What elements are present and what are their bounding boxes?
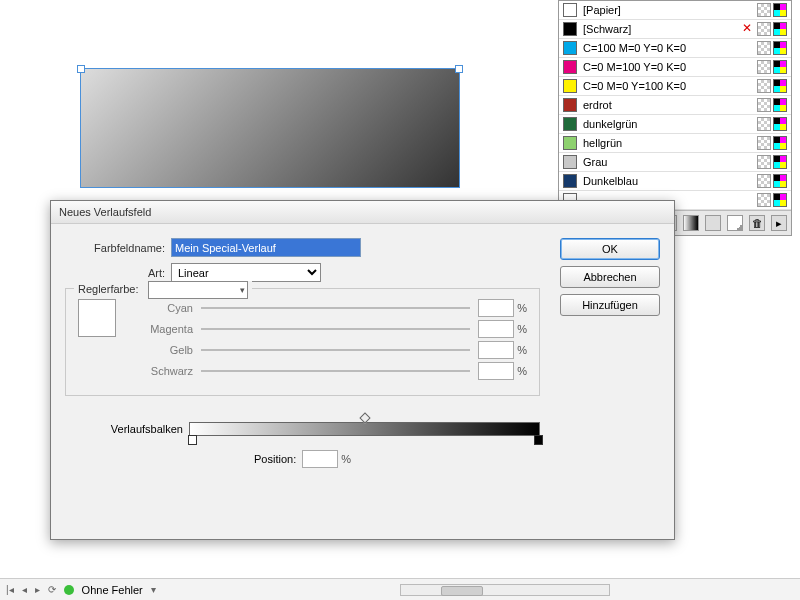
stop-color-select[interactable]	[148, 281, 248, 299]
preflight-status: Ohne Fehler	[82, 584, 143, 596]
swatch-chip	[563, 60, 577, 74]
swatch-chip	[563, 22, 577, 36]
horizontal-scrollbar[interactable]	[400, 584, 610, 596]
position-label: Position:	[254, 453, 296, 465]
cyan-label: Cyan	[138, 302, 193, 314]
color-mode-icon	[757, 174, 771, 188]
color-type-icon	[773, 117, 787, 131]
swatch-row[interactable]: dunkelgrün	[559, 115, 791, 134]
color-mode-icon	[757, 41, 771, 55]
gradient-stop-right[interactable]	[534, 435, 543, 445]
swatch-chip	[563, 41, 577, 55]
gradient-stop-left[interactable]	[188, 435, 197, 445]
swatch-chip	[563, 117, 577, 131]
color-mode-icon	[757, 136, 771, 150]
color-mode-icon	[757, 3, 771, 17]
non-editable-icon	[741, 22, 755, 36]
swatch-label: Grau	[583, 156, 757, 168]
color-type-icon	[773, 41, 787, 55]
selected-gradient-frame[interactable]	[80, 68, 460, 188]
swatch-chip	[563, 136, 577, 150]
swatch-row[interactable]: hellgrün	[559, 134, 791, 153]
swatch-label: Dunkelblau	[583, 175, 757, 187]
color-type-icon	[773, 3, 787, 17]
panel-menu-icon[interactable]	[771, 215, 787, 231]
swatch-label: erdrot	[583, 99, 757, 111]
color-mode-icon	[757, 60, 771, 74]
swatch-row[interactable]: [Papier]	[559, 1, 791, 20]
cyan-slider[interactable]	[201, 307, 470, 309]
gradient-icon[interactable]	[683, 215, 699, 231]
color-mode-icon	[757, 155, 771, 169]
swatch-row[interactable]: [Schwarz]	[559, 20, 791, 39]
delete-swatch-icon[interactable]	[749, 215, 765, 231]
swatch-row[interactable]: Dunkelblau	[559, 172, 791, 191]
color-type-icon	[773, 98, 787, 112]
magenta-slider[interactable]	[201, 328, 470, 330]
black-value[interactable]	[478, 362, 514, 380]
preflight-icon[interactable]: ⟳	[48, 584, 56, 595]
swatch-row[interactable]: Grau	[559, 153, 791, 172]
swatch-label: C=0 M=0 Y=100 K=0	[583, 80, 757, 92]
color-type-icon	[773, 79, 787, 93]
status-bar: |◂ ◂ ▸ ⟳ Ohne Fehler ▾	[0, 578, 800, 600]
swatch-row[interactable]: C=0 M=100 Y=0 K=0	[559, 58, 791, 77]
magenta-label: Magenta	[138, 323, 193, 335]
yellow-slider[interactable]	[201, 349, 470, 351]
swatch-label: C=100 M=0 Y=0 K=0	[583, 42, 757, 54]
swatch-chip	[563, 174, 577, 188]
swatch-label: [Schwarz]	[583, 23, 741, 35]
color-type-icon	[773, 60, 787, 74]
swatch-row[interactable]: C=0 M=0 Y=100 K=0	[559, 77, 791, 96]
swatch-view-icon[interactable]	[705, 215, 721, 231]
swatch-label: [Papier]	[583, 4, 757, 16]
type-select[interactable]: Linear	[171, 263, 321, 282]
color-type-icon	[773, 193, 787, 207]
type-label: Art:	[65, 267, 165, 279]
stop-color-group: Reglerfarbe: Cyan % Magenta %	[65, 288, 540, 396]
first-page-icon[interactable]: |◂	[6, 584, 14, 595]
position-value[interactable]	[302, 450, 338, 468]
color-mode-icon	[757, 79, 771, 93]
swatch-name-label: Farbfeldname:	[65, 242, 165, 254]
add-button[interactable]: Hinzufügen	[560, 294, 660, 316]
color-mode-icon	[757, 193, 771, 207]
swatch-chip	[563, 98, 577, 112]
black-label: Schwarz	[138, 365, 193, 377]
status-menu-icon[interactable]: ▾	[151, 584, 156, 595]
black-slider[interactable]	[201, 370, 470, 372]
dialog-title: Neues Verlaufsfeld	[51, 201, 674, 224]
color-mode-icon	[757, 98, 771, 112]
color-preview-swatch	[78, 299, 116, 337]
color-mode-icon	[757, 22, 771, 36]
color-type-icon	[773, 136, 787, 150]
swatch-chip	[563, 3, 577, 17]
color-type-icon	[773, 174, 787, 188]
swatch-name-input[interactable]	[171, 238, 361, 257]
prev-page-icon[interactable]: ◂	[22, 584, 27, 595]
swatch-chip	[563, 155, 577, 169]
gradient-ramp-label: Verlaufsbalken	[65, 423, 183, 435]
next-page-icon[interactable]: ▸	[35, 584, 40, 595]
swatch-label: C=0 M=100 Y=0 K=0	[583, 61, 757, 73]
swatch-chip	[563, 79, 577, 93]
swatch-label: hellgrün	[583, 137, 757, 149]
color-mode-icon	[757, 117, 771, 131]
yellow-label: Gelb	[138, 344, 193, 356]
midpoint-handle[interactable]	[359, 412, 370, 423]
magenta-value[interactable]	[478, 320, 514, 338]
status-dot-icon	[64, 585, 74, 595]
yellow-value[interactable]	[478, 341, 514, 359]
color-type-icon	[773, 22, 787, 36]
ok-button[interactable]: OK	[560, 238, 660, 260]
new-swatch-icon[interactable]	[727, 215, 743, 231]
cancel-button[interactable]: Abbrechen	[560, 266, 660, 288]
gradient-ramp[interactable]	[189, 422, 540, 436]
cyan-value[interactable]	[478, 299, 514, 317]
new-gradient-dialog: Neues Verlaufsfeld Farbfeldname: Art: Li…	[50, 200, 675, 540]
stop-color-label: Reglerfarbe:	[78, 283, 139, 295]
swatch-label: dunkelgrün	[583, 118, 757, 130]
swatch-row[interactable]: C=100 M=0 Y=0 K=0	[559, 39, 791, 58]
swatch-row[interactable]: erdrot	[559, 96, 791, 115]
color-type-icon	[773, 155, 787, 169]
